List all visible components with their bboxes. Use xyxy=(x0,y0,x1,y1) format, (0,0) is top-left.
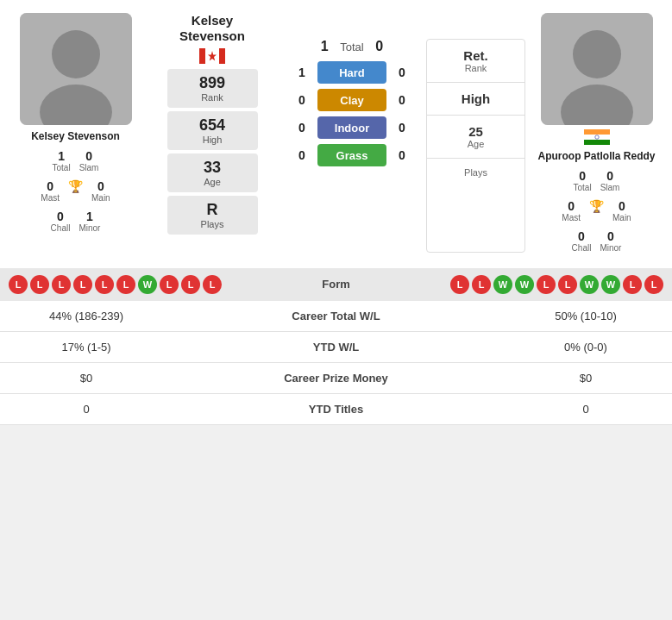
player1-flag xyxy=(199,47,225,64)
player1-slam: 0 Slam xyxy=(79,149,99,172)
player2-info-box: Ret. Rank High 25 Age Plays xyxy=(426,39,525,253)
form-pill-l: L xyxy=(52,275,71,294)
form-pill-l: L xyxy=(450,275,469,294)
total-row: 1 Total 0 xyxy=(316,39,387,54)
player1-mid-stats: 0 Mast 🏆 0 Main xyxy=(41,179,110,203)
clay-button[interactable]: Clay xyxy=(317,89,386,111)
form-pill-l: L xyxy=(537,275,556,294)
player1-plays-box: R Plays xyxy=(167,196,258,235)
player2-trophy: 🏆 xyxy=(589,199,604,222)
svg-rect-5 xyxy=(219,48,225,64)
player1-trophy: 🏆 xyxy=(68,179,83,203)
stat-left: $0 xyxy=(0,362,173,393)
player1-chall: 0 Chall xyxy=(51,210,71,233)
center-column: Kelsey Stevenson 899 Rank 654 High xyxy=(142,13,282,253)
clay-p1-score: 0 xyxy=(293,93,311,107)
player1-rank-box: 899 Rank xyxy=(167,69,258,108)
stats-row: 0 YTD Titles 0 xyxy=(0,393,672,424)
form-pill-l: L xyxy=(30,275,49,294)
player2-flag xyxy=(584,128,610,145)
stat-left: 44% (186-239) xyxy=(0,301,173,332)
hard-button[interactable]: Hard xyxy=(317,61,386,84)
player2-form-pills: LLWWLLWWLL xyxy=(450,275,663,294)
player1-total: 1 Total xyxy=(53,149,71,172)
player2-age-cell: 25 Age xyxy=(427,116,524,159)
grass-button[interactable]: Grass xyxy=(317,144,386,166)
form-pill-l: L xyxy=(160,275,179,294)
total-p1: 1 xyxy=(316,39,333,54)
form-pill-w: W xyxy=(138,275,157,294)
hard-p2-score: 0 xyxy=(393,66,411,79)
player2-high-cell: High xyxy=(427,83,524,116)
form-pill-l: L xyxy=(623,275,642,294)
player1-card: Kelsey Stevenson 1 Total 0 Slam 0 Mast 🏆 xyxy=(9,13,142,253)
player1-main: 0 Main xyxy=(91,179,110,203)
player1-high-box: 654 High xyxy=(167,111,258,150)
player1-avatar xyxy=(20,13,132,125)
hard-row: 1 Hard 0 xyxy=(293,61,411,84)
player2-avatar xyxy=(541,13,653,125)
total-label: Total xyxy=(340,41,363,53)
grass-row: 0 Grass 0 xyxy=(293,144,411,166)
form-pill-w: W xyxy=(580,275,599,294)
stat-left: 0 xyxy=(0,393,173,424)
form-pill-l: L xyxy=(9,275,28,294)
player2-slam: 0 Slam xyxy=(600,169,620,192)
stat-right: $0 xyxy=(499,362,672,393)
player2-main: 0 Main xyxy=(612,199,631,222)
stats-row: 17% (1-5) YTD W/L 0% (0-0) xyxy=(0,331,672,362)
grass-p1-score: 0 xyxy=(293,148,311,162)
player2-plays-cell: Plays xyxy=(427,159,524,186)
stat-left: 17% (1-5) xyxy=(0,331,173,362)
svg-rect-10 xyxy=(584,129,610,135)
top-section: Kelsey Stevenson 1 Total 0 Slam 0 Mast 🏆 xyxy=(0,0,672,261)
form-pill-w: W xyxy=(493,275,512,294)
hard-p1-score: 1 xyxy=(293,66,311,79)
player2-mast: 0 Mast xyxy=(562,199,581,222)
clay-p2-score: 0 xyxy=(393,93,411,107)
player1-bot-stats: 0 Chall 1 Minor xyxy=(51,210,101,233)
player1-name: Kelsey Stevenson xyxy=(31,130,120,142)
form-pill-l: L xyxy=(203,275,222,294)
svg-rect-12 xyxy=(584,140,610,145)
player2-name: Apuroop Patlolla Reddy xyxy=(537,150,655,162)
stat-label: Career Prize Money xyxy=(173,362,499,393)
player2-bot-stats: 0 Chall 0 Minor xyxy=(572,229,622,253)
form-pill-l: L xyxy=(558,275,577,294)
player1-minor: 1 Minor xyxy=(79,210,100,233)
form-label: Form xyxy=(222,278,450,291)
stat-label: YTD Titles xyxy=(173,393,499,424)
player2-chall: 0 Chall xyxy=(572,229,592,253)
player1-top-stats: 1 Total 0 Slam xyxy=(53,149,99,172)
stats-row: 44% (186-239) Career Total W/L 50% (10-1… xyxy=(0,301,672,332)
form-pill-l: L xyxy=(95,275,114,294)
form-pill-w: W xyxy=(515,275,534,294)
form-pill-l: L xyxy=(73,275,92,294)
main-container: Kelsey Stevenson 1 Total 0 Slam 0 Mast 🏆 xyxy=(0,0,672,425)
clay-row: 0 Clay 0 xyxy=(293,89,411,111)
player1-header-name: Kelsey Stevenson xyxy=(179,13,245,44)
stats-row: $0 Career Prize Money $0 xyxy=(0,362,672,393)
form-pill-w: W xyxy=(601,275,620,294)
svg-point-8 xyxy=(573,30,621,78)
form-section: LLLLLLWLLL Form LLWWLLWWLL xyxy=(0,268,672,301)
indoor-p2-score: 0 xyxy=(393,121,411,135)
form-pill-l: L xyxy=(472,275,491,294)
svg-rect-4 xyxy=(199,48,205,64)
stat-right: 0 xyxy=(499,393,672,424)
player1-age-box: 33 Age xyxy=(167,153,258,192)
grass-p2-score: 0 xyxy=(393,148,411,162)
player2-card: Apuroop Patlolla Reddy 0 Total 0 Slam 0 … xyxy=(530,13,663,253)
stat-label: YTD W/L xyxy=(173,331,499,362)
player2-mid-stats: 0 Mast 🏆 0 Main xyxy=(562,199,631,222)
indoor-button[interactable]: Indoor xyxy=(317,116,386,139)
player2-total: 0 Total xyxy=(574,169,592,192)
total-p2: 0 xyxy=(371,39,388,54)
surface-area: 1 Total 0 1 Hard 0 0 Clay 0 0 Indoor 0 0 xyxy=(282,13,422,253)
player1-form-pills: LLLLLLWLLL xyxy=(9,275,222,294)
indoor-p1-score: 0 xyxy=(293,121,311,135)
player2-top-stats: 0 Total 0 Slam xyxy=(574,169,620,192)
player1-mast: 0 Mast xyxy=(41,179,60,203)
form-pill-l: L xyxy=(181,275,200,294)
indoor-row: 0 Indoor 0 xyxy=(293,116,411,139)
